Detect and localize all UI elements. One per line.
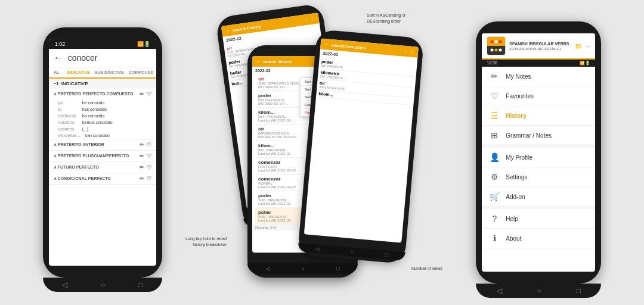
heart-icon-3[interactable]: ♡	[147, 164, 151, 170]
nav3-back-btn[interactable]: ◁	[497, 287, 502, 295]
pronoun-0: yo	[58, 101, 78, 105]
form-4: (...)	[82, 127, 89, 131]
edit-icon-0[interactable]: ✏	[140, 91, 144, 97]
group-name-3: FUTURO PERFECTO	[58, 165, 99, 169]
app-title: SPANISH IRREGULAR VERBS (CONJUGATION REF…	[509, 41, 569, 50]
heart-icon-4[interactable]: ♡	[147, 176, 151, 182]
edit-icon-2[interactable]: ✏	[140, 153, 144, 159]
phone3-nav-bar: ◁ ○ □	[476, 284, 601, 298]
tab-al[interactable]: AL	[49, 67, 64, 77]
folder-icon[interactable]: 📁	[575, 43, 582, 49]
app-header: SPANISH IRREGULAR VERBS (CONJUGATION REF…	[482, 33, 595, 60]
svg-point-5	[491, 49, 494, 52]
menu-settings[interactable]: ⚙ Settings	[482, 167, 595, 187]
menu-help-label: Help	[506, 216, 518, 222]
menu-settings-label: Settings	[506, 174, 527, 180]
menu-grammar[interactable]: ⊞ Grammar / Notes	[482, 126, 595, 145]
phone1-icons: 📶🔋	[137, 41, 150, 47]
phone2-front-screen: ← search favourites ↑ ⋮ 2022-02 poder IN…	[304, 39, 419, 243]
phone2-section: ← search history ↑ ⋮ 2022-02 oír SUB, IM…	[224, 10, 414, 295]
nav-back-btn[interactable]: ◁	[62, 281, 67, 289]
arrow-right-icon[interactable]: →	[584, 43, 590, 49]
phone3-screen: SPANISH IRREGULAR VERBS (CONJUGATION REF…	[482, 33, 595, 272]
conjugation-group-2: ∧ PRETÉRITO PLUSCUAMPERFECTO ✏ ♡	[49, 151, 156, 162]
group-name-1: PRETÉRITO ANTERIOR	[58, 142, 104, 147]
nav2-back[interactable]: ◁	[266, 266, 270, 272]
menu-favourites-label: Favourites	[506, 93, 534, 99]
grammar-icon: ⊞	[489, 130, 500, 140]
menu-history[interactable]: ☰ History	[482, 106, 595, 126]
menu-about-label: About	[506, 235, 521, 242]
menu-history-label: History	[506, 113, 526, 119]
annotation-views: Number of views	[411, 266, 453, 272]
phone1-shell: 1:02 📶🔋 ← conocer AL INDICATIVE SUBJUNCT…	[43, 27, 162, 278]
conjugation-group-3: ∧ FUTURO PERFECTO ✏ ♡	[49, 162, 156, 173]
nav2-home[interactable]: ○	[302, 266, 305, 272]
menu-help[interactable]: ? Help	[482, 209, 595, 229]
group-title-2[interactable]: ∧ PRETÉRITO PLUSCUAMPERFECTO ✏ ♡	[49, 151, 156, 161]
group-title-4[interactable]: ∧ CONDICIONAL PERFECTO ✏ ♡	[49, 173, 156, 184]
menu-profile[interactable]: 👤 My Profile	[482, 148, 595, 167]
section-indicative: −1 INDICATIVE	[49, 79, 156, 89]
menu-about[interactable]: ℹ About	[482, 229, 595, 248]
menu-my-notes[interactable]: ✏ My Notes	[482, 67, 595, 86]
conjugation-group-0: ∧ PRETÉRITO PERFECTO COMPUESTO ✏ ♡ yo he…	[49, 89, 156, 139]
annotation-sort: Sort in ASCending or DEScending order	[367, 13, 417, 24]
phone1-header: ← conocer	[49, 49, 156, 67]
phone3-time: 12:30	[487, 61, 497, 66]
back-icon[interactable]: ←	[54, 52, 63, 63]
history-header-label: search history	[263, 60, 292, 64]
svg-point-7	[499, 49, 502, 52]
edit-icon-1[interactable]: ✏	[140, 142, 144, 148]
form-1: has conocido	[82, 107, 107, 111]
menu-grammar-label: Grammar / Notes	[506, 132, 552, 139]
edit-icon-3[interactable]: ✏	[140, 164, 144, 170]
group-title-3[interactable]: ∧ FUTURO PERFECTO ✏ ♡	[49, 162, 156, 173]
svg-point-3	[495, 41, 498, 43]
svg-point-6	[495, 49, 498, 52]
heart-icon-2[interactable]: ♡	[147, 153, 151, 159]
phone2-nav: ◁ ○ □	[247, 263, 358, 274]
conj-row-3: nosotros hemos conocido	[49, 119, 156, 126]
group-name-0: PRETÉRITO PERFECTO COMPUESTO	[58, 92, 134, 96]
menu-profile-label: My Profile	[506, 154, 532, 161]
group-name-2: PRETÉRITO PLUSCUAMPERFECTO	[58, 154, 129, 158]
section-arrow: −1	[54, 81, 59, 86]
pronoun-3: nosotros	[58, 120, 78, 125]
menu-notes-label: My Notes	[506, 73, 531, 80]
pronoun-1: tú	[58, 107, 78, 111]
about-icon: ℹ	[489, 234, 500, 243]
menu-addon[interactable]: 🛒 Add-on	[482, 187, 595, 207]
form-2: ha conocido	[82, 114, 105, 118]
phone1-time: 1:02	[55, 41, 66, 47]
nav-recent-btn[interactable]: □	[138, 281, 143, 289]
tab-subjunctive[interactable]: SUBJUNCTIVE	[92, 67, 126, 77]
nav2-recent[interactable]: □	[336, 266, 339, 272]
svg-point-4	[499, 41, 502, 43]
nav-home-btn[interactable]: ○	[101, 281, 105, 289]
phone2-front-phone: ← search favourites ↑ ⋮ 2022-02 poder IN…	[298, 29, 424, 264]
addon-icon: 🛒	[489, 192, 500, 201]
edit-icon-4[interactable]: ✏	[140, 176, 144, 182]
phone1-status-bar: 1:02 📶🔋	[49, 39, 156, 49]
history-icon: ☰	[489, 111, 500, 120]
menu-list: ✏ My Notes ♡ Favourites ☰ History ⊞ Gram…	[482, 67, 595, 248]
tab-compound[interactable]: COMPOUND	[126, 67, 156, 77]
front-phone-items: poder IND PRESENTE kilometre IND, PRESEN…	[316, 57, 417, 107]
group-title-0[interactable]: ∧ PRETÉRITO PERFECTO COMPUESTO ✏ ♡	[49, 89, 156, 99]
tab-indicative[interactable]: INDICATIVE	[64, 67, 92, 79]
annotation-long-tap: Long tap hold to recall history breakdow…	[179, 236, 227, 248]
group-title-1[interactable]: ∧ PRETÉRITO ANTERIOR ✏ ♡	[49, 139, 156, 150]
app-logo	[487, 36, 506, 55]
phone3-status: 12:30 📶🔋	[482, 60, 595, 67]
menu-favourites[interactable]: ♡ Favourites	[482, 86, 595, 106]
tab-bar: AL INDICATIVE SUBJUNCTIVE COMPOUND	[49, 67, 156, 79]
conjugation-group-4: ∧ CONDICIONAL PERFECTO ✏ ♡	[49, 173, 156, 185]
header-icons: 📁 →	[575, 43, 590, 49]
nav3-recent-btn[interactable]: □	[577, 287, 581, 295]
help-icon: ?	[489, 214, 500, 223]
heart-icon-1[interactable]: ♡	[147, 142, 151, 148]
pronoun-2: él/ella/Ud.	[58, 114, 78, 118]
heart-icon-0[interactable]: ♡	[147, 91, 151, 97]
nav3-home-btn[interactable]: ○	[537, 287, 541, 295]
